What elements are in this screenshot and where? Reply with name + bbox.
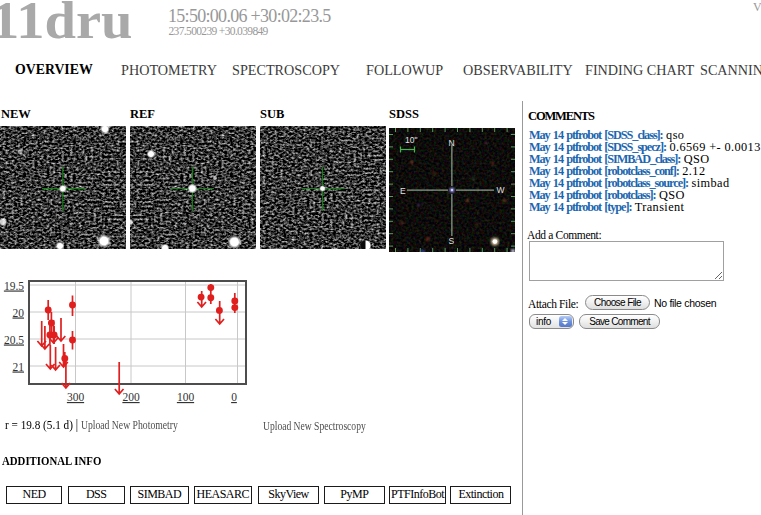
svg-text:300: 300 bbox=[67, 391, 85, 403]
svg-text:20.5: 20.5 bbox=[4, 334, 24, 346]
svg-text:N: N bbox=[449, 138, 455, 148]
svg-text:10": 10" bbox=[405, 135, 417, 145]
svg-text:S: S bbox=[449, 236, 455, 246]
svg-text:20: 20 bbox=[13, 307, 25, 319]
svg-text:21: 21 bbox=[13, 361, 25, 373]
svg-text:E: E bbox=[400, 186, 406, 196]
svg-text:W: W bbox=[497, 185, 505, 195]
svg-text:200: 200 bbox=[122, 391, 140, 403]
svg-text:0: 0 bbox=[231, 391, 237, 403]
svg-text:100: 100 bbox=[177, 391, 195, 403]
svg-text:19.5: 19.5 bbox=[4, 280, 24, 292]
